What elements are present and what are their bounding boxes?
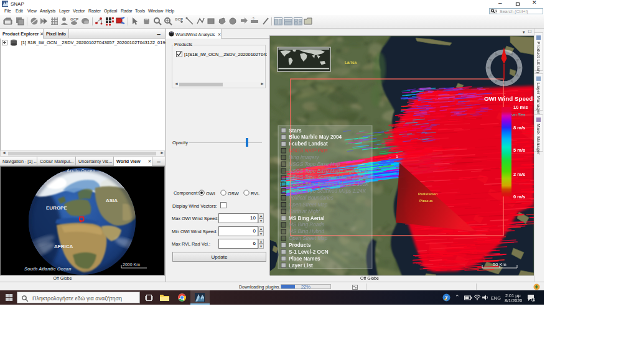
svg-text:USGS Topo Scanned Maps 1:250K: USGS Topo Scanned Maps 1:250K (289, 175, 369, 180)
svg-text:Place Names: Place Names (289, 256, 320, 262)
svg-text:10 m/s: 10 m/s (513, 104, 528, 110)
svg-text:USGS NAIP Plus: USGS NAIP Plus (289, 148, 328, 154)
svg-text:Layer List: Layer List (289, 263, 313, 269)
svg-text:Political Boundaries: Political Boundaries (289, 195, 334, 201)
svg-text:I-cubed Landsat: I-cubed Landsat (289, 141, 328, 147)
svg-text:Open Street Map: Open Street Map (289, 202, 328, 208)
svg-text:Piraeus: Piraeus (419, 199, 433, 203)
svg-text:MS Bing Aerial: MS Bing Aerial (289, 216, 324, 221)
svg-text:0 m/s: 0 m/s (513, 194, 525, 200)
svg-text:South Atlantic Ocean: South Atlantic Ocean (24, 266, 72, 272)
svg-text:?: ? (445, 295, 448, 300)
svg-text:Peristerion: Peristerion (418, 192, 438, 196)
svg-text:Stars: Stars (289, 128, 302, 134)
svg-text:1: 1 (396, 154, 398, 159)
svg-text:USGS Topo Base Map: USGS Topo Base Map (289, 162, 340, 167)
svg-text:EUROPE: EUROPE (46, 205, 67, 211)
svg-text:MS Bing Hybrid: MS Bing Hybrid (289, 229, 324, 234)
svg-text:2 m/s: 2 m/s (513, 172, 525, 177)
svg-text:USGS Topo Scanned Maps 1:24K: USGS Topo Scanned Maps 1:24K (289, 188, 366, 194)
svg-text:Arctic Ocean: Arctic Ocean (67, 168, 96, 173)
svg-text:Blue Marble May 2004: Blue Marble May 2004 (289, 134, 342, 140)
svg-text:GCP: GCP (70, 17, 78, 21)
svg-text:ASIA: ASIA (106, 198, 118, 203)
svg-text:USGS Topo Scanned Maps 1:100K: USGS Topo Scanned Maps 1:100K (289, 182, 369, 187)
svg-text:5 m/s: 5 m/s (513, 147, 525, 153)
svg-text:-?-: -?- (251, 17, 255, 21)
svg-text:OWI Wind Speed: OWI Wind Speed (484, 95, 533, 102)
svg-text:USGS Topo Base Map Large Scale: USGS Topo Base Map Large Scale (289, 168, 369, 174)
svg-text:8 m/s: 8 m/s (513, 125, 525, 131)
svg-text:MS Bing Roads: MS Bing Roads (289, 222, 324, 228)
svg-text:2000 Km: 2000 Km (123, 262, 140, 267)
svg-text:Products: Products (289, 242, 311, 248)
svg-text:Open Street Map: Open Street Map (289, 236, 328, 241)
svg-text:Larisa: Larisa (345, 60, 357, 65)
svg-text:1: 1 (533, 298, 534, 302)
svg-text:Earth at Night: Earth at Night (289, 209, 320, 214)
svg-text:S-1 Level-2 OCN: S-1 Level-2 OCN (289, 249, 329, 255)
svg-text:Bing Imagery: Bing Imagery (289, 155, 319, 160)
svg-text:AFRICA: AFRICA (54, 244, 73, 249)
